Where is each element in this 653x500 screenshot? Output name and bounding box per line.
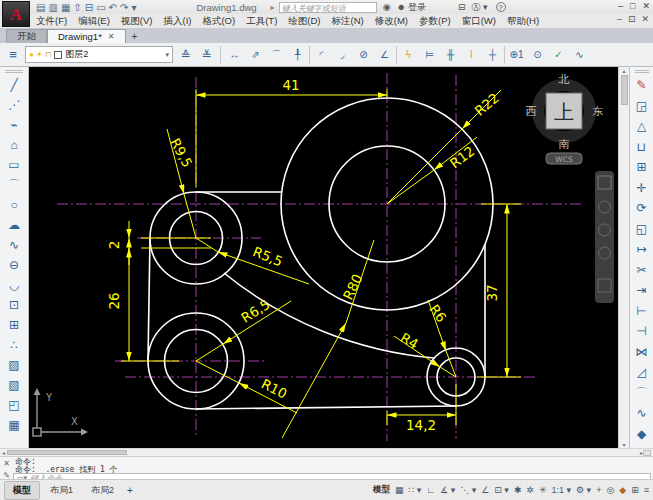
vscroll-thumb[interactable] <box>621 75 628 105</box>
search-input[interactable]: 键入关键字或短语 <box>279 2 377 13</box>
part-geometry[interactable] <box>148 98 493 409</box>
dim-update[interactable]: ✓ <box>548 45 569 65</box>
modify-tool-mirror[interactable]: △ <box>631 116 653 137</box>
draw-tool-gradient[interactable]: ▧ <box>3 375 25 395</box>
qat-new-sheet[interactable]: ▭ <box>96 2 105 13</box>
new-tab-button[interactable]: + <box>132 31 138 43</box>
draw-tool-revision-cloud[interactable]: ☁ <box>3 215 25 235</box>
menu-parametric[interactable]: 参数(P) <box>419 15 451 28</box>
menu-view[interactable]: 视图(V) <box>121 15 153 28</box>
modify-tool-copy[interactable]: ◲ <box>631 96 653 117</box>
tolerance[interactable]: ⊕1 <box>506 45 527 65</box>
menu-dimension[interactable]: 标注(N) <box>332 15 364 28</box>
draw-tool-line[interactable]: ╱ <box>3 75 25 95</box>
search-expand-arrow[interactable]: ▸ <box>271 3 275 12</box>
signin-link[interactable]: 登录 <box>408 1 426 14</box>
modify-tool-rotate[interactable]: ⟳ <box>631 198 653 219</box>
menu-edit[interactable]: 编辑(E) <box>78 15 110 28</box>
scroll-down-icon[interactable]: ▾ <box>622 441 625 448</box>
share-icon[interactable]: Ⓐ ▾ <box>472 1 488 14</box>
menu-insert[interactable]: 插入(I) <box>163 15 191 28</box>
compass-south[interactable]: 南 <box>559 138 570 151</box>
status-annotation-visibility[interactable]: ✱ <box>514 485 522 495</box>
add-layout-button[interactable]: + <box>122 485 138 496</box>
menu-tools[interactable]: 工具(T) <box>246 15 277 28</box>
status-ortho-mode[interactable]: ∟ <box>426 485 435 495</box>
store-cart-icon[interactable]: ⊟ <box>458 2 466 12</box>
status-customize-menu[interactable]: ≡ <box>644 485 649 495</box>
dim-ordinate[interactable]: ╀ <box>287 45 308 65</box>
close-button[interactable]: ✕ <box>642 1 650 11</box>
dim-jogged[interactable]: ◞ <box>332 45 353 65</box>
maximize-button[interactable]: □ <box>630 1 635 11</box>
dim-break[interactable]: ┼ <box>482 45 503 65</box>
layout-tab-layout2[interactable]: 布局2 <box>83 482 122 499</box>
modify-tool-extend[interactable]: ⇥ <box>631 280 653 301</box>
status-grid-display[interactable]: ▦ <box>395 485 404 495</box>
menu-draw[interactable]: 绘图(D) <box>288 15 320 28</box>
status-polar-tracking[interactable]: ∡ ▾ <box>440 485 455 495</box>
draw-tool-spline[interactable]: ∿ <box>3 235 25 255</box>
qat-redo[interactable]: ↷ <box>120 2 128 13</box>
compass-east[interactable]: 东 <box>593 105 604 118</box>
status-annotation-scale-sync[interactable]: ✳ <box>539 485 547 495</box>
modify-tool-blend-curves[interactable]: ∿ <box>631 403 653 424</box>
status-clean-screen[interactable]: ⊞ <box>631 485 639 495</box>
draw-tool-polygon[interactable]: ⌂ <box>3 135 25 155</box>
compass-north[interactable]: 北 <box>558 73 570 86</box>
tab-start[interactable]: 开始 <box>6 29 47 43</box>
layer-dropdown[interactable]: ●☀⊓ 图层2 ▾ <box>25 46 173 63</box>
navigation-bar[interactable] <box>595 171 614 303</box>
scroll-up-icon[interactable]: ▴ <box>622 67 625 74</box>
status-autoscale[interactable]: ✲ <box>526 485 534 495</box>
tab-close-icon[interactable]: ✕ <box>108 32 115 41</box>
draw-tool-insert-block[interactable]: ⊡ <box>3 295 25 315</box>
draw-tool-region[interactable]: ◰ <box>3 395 25 415</box>
modify-tool-join[interactable]: ⋈ <box>631 342 653 363</box>
status-isolate-objects[interactable]: ◎ <box>606 485 614 495</box>
dim-angular[interactable]: ∠ <box>374 45 395 65</box>
draw-tool-circle[interactable]: ○ <box>3 195 25 215</box>
draw-tool-hatch[interactable]: ▨ <box>3 355 25 375</box>
modify-tool-break[interactable]: ⊣ <box>631 321 653 342</box>
hscroll-thumb[interactable] <box>7 450 127 455</box>
dim-spacing[interactable]: I <box>461 45 482 65</box>
dim-linear[interactable]: ↔ <box>224 45 245 65</box>
app-logo-icon[interactable]: A <box>2 1 30 27</box>
view-compass[interactable]: 上 北 南 西 东 WCS <box>526 73 604 164</box>
bottom-edge[interactable] <box>196 406 456 409</box>
qat-save[interactable]: ▥ <box>48 2 57 13</box>
status-isometric-drafting[interactable]: ⋱ ▾ <box>460 485 476 495</box>
status-workspace-settings[interactable]: ⚙ ▾ <box>576 485 591 495</box>
search-icon[interactable]: ◉ <box>383 2 391 12</box>
qat-export[interactable]: ⇧ <box>73 2 81 13</box>
resize-corner[interactable] <box>643 450 651 456</box>
drawing-canvas[interactable]: 41 2 26 37 14,2 R22 R12 R9,5 R5,5 R6,5 R… <box>29 67 618 448</box>
qat-save-as[interactable]: ▦ <box>61 2 70 13</box>
modify-tool-trim[interactable]: ✂ <box>631 260 653 281</box>
menu-help[interactable]: 帮助(H) <box>507 15 539 28</box>
doc-restore-button[interactable]: ⊡ <box>628 14 636 24</box>
status-object-snap[interactable]: ⊡ ▾ <box>494 485 509 495</box>
modify-tool-chamfer[interactable]: ◿ <box>631 362 653 383</box>
menu-file[interactable]: 文件(F) <box>36 15 67 28</box>
modify-tool-array[interactable]: ⊞ <box>631 157 653 178</box>
layout-tab-layout1[interactable]: 布局1 <box>42 482 81 499</box>
left-edge[interactable] <box>148 238 150 361</box>
modify-tool-stretch[interactable]: ↦ <box>631 239 653 260</box>
modify-tool-break-at-point[interactable]: ⊢ <box>631 301 653 322</box>
status-annotation-scale[interactable]: 1:1 ▾ <box>552 485 572 495</box>
jogged-linear[interactable]: ∿ <box>569 45 590 65</box>
draw-tool-ellipse[interactable]: ⊖ <box>3 255 25 275</box>
layout-tab-model[interactable]: 模型 <box>4 481 40 500</box>
qat-print[interactable]: ⊟ <box>85 2 93 13</box>
status-hardware-acceleration[interactable]: ◆ <box>619 485 626 495</box>
compass-west[interactable]: 西 <box>526 105 537 118</box>
status-model-paper-toggle[interactable]: 模型 <box>373 484 390 496</box>
dim-continue[interactable]: ╫ <box>440 45 461 65</box>
center-mark[interactable]: ⊙ <box>527 45 548 65</box>
draw-tool-polyline[interactable]: ⌁ <box>3 115 25 135</box>
draw-tool-point[interactable]: ∴ <box>3 335 25 355</box>
draw-tool-rectangle[interactable]: ▭ <box>3 155 25 175</box>
vertical-scrollbar[interactable]: ▴ ▾ <box>618 67 629 448</box>
